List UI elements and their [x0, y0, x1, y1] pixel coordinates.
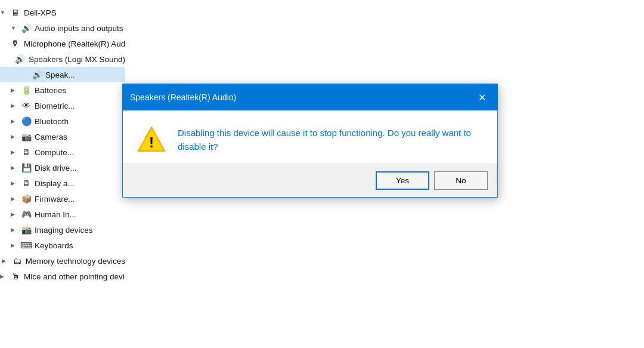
dialog-titlebar: Speakers (Realtek(R) Audio) ✕ — [123, 84, 497, 110]
yes-button[interactable]: Yes — [376, 171, 429, 190]
disable-device-dialog: Speakers (Realtek(R) Audio) ✕ ! Disablin… — [122, 84, 498, 198]
dialog-close-button[interactable]: ✕ — [473, 89, 490, 106]
svg-text:!: ! — [149, 134, 154, 150]
no-button[interactable]: No — [434, 171, 488, 190]
warning-icon: ! — [137, 125, 166, 153]
dialog-message: Disabling this device will cause it to s… — [178, 125, 483, 154]
dialog-footer: Yes No — [123, 164, 497, 197]
dialog-title: Speakers (Realtek(R) Audio) — [130, 93, 473, 102]
dialog-body: ! Disabling this device will cause it to… — [123, 110, 497, 164]
